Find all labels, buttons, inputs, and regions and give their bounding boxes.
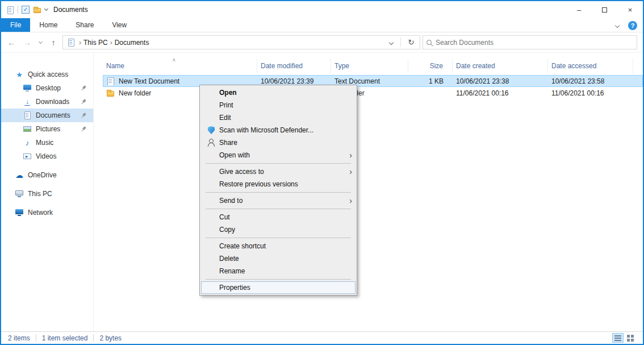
sidebar-item[interactable]: Downloads <box>1 95 93 109</box>
sidebar-item[interactable]: Music <box>1 136 93 149</box>
context-menu-item[interactable]: Restore previous versions <box>200 178 357 190</box>
context-menu-item[interactable]: Cut <box>200 211 357 223</box>
context-menu-item[interactable]: Print <box>200 99 357 111</box>
sidebar-item[interactable]: This PC <box>1 187 93 201</box>
details-view-icon <box>614 335 621 341</box>
sidebar-item-icon <box>23 111 32 120</box>
sidebar-item[interactable]: Network <box>1 206 93 219</box>
ribbon-tab[interactable]: Home <box>30 18 66 32</box>
context-menu-item[interactable] <box>206 192 351 193</box>
ribbon-collapse-chevron-icon[interactable] <box>615 23 620 28</box>
refresh-button[interactable]: ↻ <box>404 36 419 49</box>
breadcrumb-separator-icon <box>78 39 82 47</box>
app-icon <box>6 6 14 14</box>
file-date-created: 11/06/2021 00:16 <box>453 89 548 97</box>
menu-item-label: Rename <box>219 267 245 275</box>
address-row: ← → ↑ This PC Documents ↻ <box>1 32 643 53</box>
menu-item-label: Open with <box>219 151 250 159</box>
context-menu-item[interactable] <box>206 238 351 238</box>
column-header[interactable]: Date created <box>453 59 548 73</box>
menu-item-label: Create shortcut <box>219 242 266 250</box>
context-menu-item[interactable]: Delete <box>200 252 357 265</box>
ribbon-tab[interactable]: Share <box>66 18 103 32</box>
menu-item-icon <box>207 101 216 110</box>
context-menu-item[interactable]: Copy <box>200 223 357 236</box>
context-menu-item[interactable] <box>206 163 351 164</box>
sidebar-item[interactable]: Quick access <box>1 68 93 81</box>
menu-item-icon <box>207 254 216 263</box>
menu-item-icon <box>207 138 216 147</box>
context-menu-item[interactable]: Rename <box>200 265 357 277</box>
sidebar-item[interactable]: OneDrive <box>1 168 93 182</box>
menu-item-icon <box>207 180 216 189</box>
context-menu-item[interactable]: Edit <box>200 111 357 124</box>
context-menu-item[interactable]: Send to <box>200 194 357 207</box>
context-menu-item[interactable]: Open <box>200 86 357 99</box>
menu-item-label: Copy <box>219 226 235 234</box>
status-divider <box>36 334 36 342</box>
recent-locations-chevron-icon[interactable] <box>36 36 44 49</box>
address-bar[interactable]: This PC Documents ↻ <box>62 35 420 49</box>
qat-customize-chevron-icon[interactable] <box>44 7 48 11</box>
qat-new-folder-icon[interactable] <box>33 6 41 14</box>
context-menu-item[interactable] <box>206 209 351 209</box>
search-box[interactable] <box>423 35 637 49</box>
minimize-button[interactable]: – <box>566 1 592 18</box>
sidebar-item[interactable]: Videos <box>1 149 93 163</box>
address-dropdown-button[interactable] <box>385 36 398 49</box>
breadcrumb-item[interactable]: This PC <box>82 38 109 48</box>
status-bar: 2 items 1 item selected 2 bytes <box>1 331 643 344</box>
file-row[interactable]: New folder 11/06/2021 00:16 File folder … <box>103 87 643 99</box>
help-icon[interactable]: ? <box>628 21 637 30</box>
context-menu-item[interactable]: Scan with Microsoft Defender... <box>200 124 357 136</box>
column-header[interactable]: Size <box>408 59 453 73</box>
column-header[interactable]: Date modified <box>257 59 331 73</box>
context-menu-item[interactable]: Create shortcut <box>200 240 357 252</box>
ribbon-tab[interactable]: File <box>1 18 30 32</box>
search-input[interactable] <box>436 39 633 47</box>
maximize-button[interactable] <box>592 1 617 18</box>
selected-count: 1 item selected <box>42 334 88 342</box>
context-menu-item[interactable]: Properties <box>201 281 356 294</box>
menu-item-icon <box>207 88 216 97</box>
thumbnails-view-button[interactable] <box>626 333 637 343</box>
thumbnails-view-icon <box>627 335 630 338</box>
file-type: Text Document <box>331 77 408 85</box>
context-menu-item[interactable]: Share <box>200 136 357 149</box>
sidebar-item-label: Downloads <box>36 98 69 106</box>
file-row[interactable]: New Text Document 10/06/2021 23:39 Text … <box>103 75 643 87</box>
sidebar-item-icon <box>15 189 24 198</box>
details-view-button[interactable] <box>612 333 624 343</box>
sort-ascending-icon[interactable]: ∧ <box>172 57 176 63</box>
forward-button[interactable]: → <box>20 36 34 49</box>
up-button[interactable]: ↑ <box>47 36 60 49</box>
file-rows: New Text Document 10/06/2021 23:39 Text … <box>103 75 643 99</box>
menu-item-icon <box>207 113 216 122</box>
breadcrumb-item[interactable]: Documents <box>114 38 150 48</box>
sidebar-item-icon <box>15 208 24 217</box>
context-menu-item[interactable]: Give access to <box>200 165 357 178</box>
sidebar-item-label: Pictures <box>36 125 60 133</box>
context-menu-item[interactable]: Open with <box>200 149 357 161</box>
sidebar-item-icon <box>15 70 24 79</box>
qat-properties-icon[interactable] <box>22 6 30 14</box>
close-button[interactable]: × <box>617 1 643 18</box>
breadcrumb: This PC Documents <box>78 38 150 48</box>
sidebar-item-label: Videos <box>36 152 56 160</box>
ribbon-tab[interactable]: View <box>103 18 136 32</box>
sidebar-item-icon <box>23 138 32 147</box>
file-type-icon <box>106 77 115 85</box>
sidebar-item[interactable]: Pictures <box>1 122 93 136</box>
sidebar-item[interactable]: Documents <box>1 109 93 122</box>
menu-item-label: Give access to <box>219 168 264 176</box>
file-date-created: 10/06/2021 23:38 <box>453 77 548 85</box>
column-header[interactable]: Type <box>331 59 408 73</box>
column-header[interactable]: Date accessed <box>548 59 633 73</box>
back-button[interactable]: ← <box>5 36 18 49</box>
column-headers: ∧ Name Date modified Type Size Date crea… <box>103 59 643 73</box>
file-type-icon <box>106 89 115 97</box>
column-header[interactable]: Name <box>103 59 257 73</box>
context-menu: Open Print Edit Scan with Microsoft Defe… <box>199 85 357 296</box>
sidebar-item[interactable]: Desktop <box>1 81 93 95</box>
context-menu-item[interactable] <box>206 279 351 280</box>
